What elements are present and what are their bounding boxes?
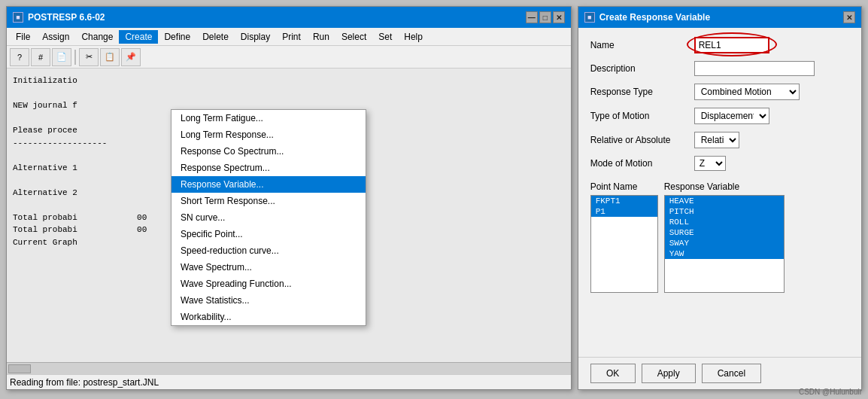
button-row: OK Apply Cancel — [578, 357, 861, 389]
menu-help[interactable]: Help — [398, 30, 429, 44]
menu-long-term-fatigue[interactable]: Long Term Fatigue... — [171, 110, 366, 126]
rv-yaw[interactable]: YAW — [665, 248, 784, 259]
status-bar: Reading from file: postresp_start.JNL — [7, 374, 571, 389]
menu-delete[interactable]: Delete — [196, 30, 235, 44]
menu-select[interactable]: Select — [335, 30, 372, 44]
response-variable-header: Response Variable — [664, 181, 785, 192]
right-close-button[interactable]: ✕ — [843, 11, 855, 23]
toolbar-paste-button[interactable]: 📌 — [121, 48, 141, 66]
window-controls: — □ ✕ — [526, 11, 565, 23]
watermark: CSDN @Hulunbuir — [799, 388, 862, 396]
right-app-icon: ■ — [584, 12, 595, 23]
toolbar-copy-button[interactable]: 📋 — [100, 48, 120, 66]
type-of-motion-row: Type of Motion Displacement Velocity Acc… — [590, 108, 849, 124]
description-row: Description — [590, 61, 849, 76]
minimize-button[interactable]: — — [526, 11, 538, 23]
name-input[interactable] — [694, 37, 769, 53]
toolbar-separator — [74, 50, 76, 65]
menu-response-variable[interactable]: Response Variable... — [171, 176, 366, 193]
menu-sn-curve[interactable]: SN curve... — [171, 209, 366, 226]
toolbar-help-button[interactable]: ? — [10, 48, 29, 66]
left-window: ■ POSTRESP 6.6-02 — □ ✕ File Assign Chan… — [6, 6, 572, 390]
mode-of-motion-label: Mode of Motion — [590, 158, 688, 169]
point-name-section: Point Name FKPT1 P1 — [590, 181, 658, 348]
create-dropdown-menu: Long Term Fatigue... Long Term Response.… — [171, 109, 366, 326]
type-of-motion-select[interactable]: Displacement Velocity Acceleration — [694, 108, 769, 124]
horizontal-scrollbar[interactable] — [7, 362, 571, 374]
mode-of-motion-row: Mode of Motion Z X Y — [590, 156, 849, 171]
apply-button[interactable]: Apply — [642, 364, 696, 383]
menu-run[interactable]: Run — [307, 30, 335, 44]
relative-label: Relative or Absolute — [590, 135, 688, 145]
menu-display[interactable]: Display — [235, 30, 276, 44]
maximize-button[interactable]: □ — [539, 11, 551, 23]
right-window-title: Create Response Variable — [599, 12, 710, 23]
ok-button[interactable]: OK — [590, 364, 636, 383]
menu-response-co-spectrum[interactable]: Response Co Spectrum... — [171, 143, 366, 160]
point-name-list[interactable]: FKPT1 P1 — [590, 195, 658, 293]
rv-sway[interactable]: SWAY — [665, 238, 784, 248]
menu-define[interactable]: Define — [158, 30, 196, 44]
point-p1[interactable]: P1 — [591, 206, 657, 217]
mode-of-motion-select[interactable]: Z X Y — [694, 156, 726, 171]
response-type-row: Response Type Combined Motion Single Com… — [590, 84, 849, 100]
menu-create[interactable]: Create — [119, 30, 158, 44]
content-area: Initializatio NEW journal f Please proce… — [7, 69, 571, 362]
form-area: Name Description Response Type Combined … — [578, 28, 861, 357]
scrollbar-thumb[interactable] — [8, 364, 31, 373]
toolbar-document-button[interactable]: 📄 — [52, 48, 71, 66]
menu-specific-point[interactable]: Specific Point... — [171, 226, 366, 242]
point-name-header: Point Name — [590, 181, 658, 192]
menu-print[interactable]: Print — [276, 30, 307, 44]
menu-file[interactable]: File — [10, 30, 36, 44]
relative-row: Relative or Absolute Relative Absolute — [590, 132, 849, 148]
description-input[interactable] — [694, 61, 815, 76]
menu-set[interactable]: Set — [372, 30, 398, 44]
menu-bar: File Assign Change Create Define Delete … — [7, 28, 571, 46]
close-button[interactable]: ✕ — [553, 11, 565, 23]
menu-speed-reduction[interactable]: Speed-reduction curve... — [171, 242, 366, 259]
menu-short-term-response[interactable]: Short Term Response... — [171, 193, 366, 209]
right-title-bar: ■ Create Response Variable ✕ — [578, 7, 861, 28]
title-bar-left: ■ POSTRESP 6.6-02 — [13, 12, 105, 23]
left-window-title: POSTRESP 6.6-02 — [28, 12, 105, 23]
menu-response-spectrum[interactable]: Response Spectrum... — [171, 160, 366, 176]
response-variable-list[interactable]: HEAVE PITCH ROLL SURGE SWAY YAW — [664, 195, 785, 293]
point-fkpt1[interactable]: FKPT1 — [591, 196, 657, 206]
name-input-wrapper — [694, 37, 769, 53]
right-window: ■ Create Response Variable ✕ Name Descri… — [578, 6, 862, 390]
text-line-1: Initializatio — [13, 75, 565, 87]
menu-long-term-response[interactable]: Long Term Response... — [171, 126, 366, 143]
response-type-label: Response Type — [590, 87, 688, 97]
response-type-select[interactable]: Combined Motion Single Component RAO — [694, 84, 800, 100]
menu-wave-spreading[interactable]: Wave Spreading Function... — [171, 276, 366, 292]
text-line-2 — [13, 87, 565, 100]
description-label: Description — [590, 63, 688, 74]
rv-pitch[interactable]: PITCH — [665, 206, 784, 217]
rv-surge[interactable]: SURGE — [665, 227, 784, 238]
status-text: Reading from file: postresp_start.JNL — [10, 377, 159, 388]
app-icon: ■ — [13, 12, 23, 23]
rv-roll[interactable]: ROLL — [665, 217, 784, 227]
name-label: Name — [590, 40, 688, 50]
name-row: Name — [590, 37, 849, 53]
toolbar: ? # 📄 ✂ 📋 📌 — [7, 46, 571, 69]
menu-wave-statistics[interactable]: Wave Statistics... — [171, 292, 366, 309]
rv-heave[interactable]: HEAVE — [665, 196, 784, 206]
left-title-bar: ■ POSTRESP 6.6-02 — □ ✕ — [7, 7, 571, 28]
type-of-motion-label: Type of Motion — [590, 111, 688, 121]
response-variable-section: Response Variable HEAVE PITCH ROLL SURGE… — [664, 181, 785, 348]
menu-workability[interactable]: Workability... — [171, 309, 366, 325]
relative-select[interactable]: Relative Absolute — [694, 132, 739, 148]
menu-assign[interactable]: Assign — [36, 30, 75, 44]
toolbar-hash-button[interactable]: # — [31, 48, 50, 66]
right-title-left: ■ Create Response Variable — [584, 12, 710, 23]
menu-change[interactable]: Change — [75, 30, 119, 44]
right-window-controls: ✕ — [843, 11, 855, 23]
toolbar-cut-button[interactable]: ✂ — [79, 48, 99, 66]
lists-area: Point Name FKPT1 P1 Response Variable HE… — [590, 181, 849, 348]
menu-wave-spectrum[interactable]: Wave Spectrum... — [171, 259, 366, 276]
cancel-button[interactable]: Cancel — [702, 364, 761, 383]
